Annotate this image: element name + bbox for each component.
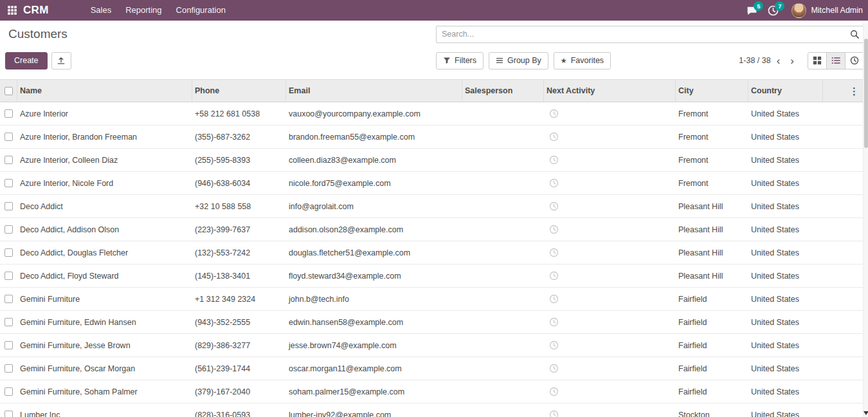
pager-previous-button[interactable]: ‹ bbox=[772, 55, 785, 66]
customer-city-cell: Fremont bbox=[676, 156, 748, 165]
customer-name-cell: Gemini Furniture bbox=[17, 295, 192, 304]
table-row[interactable]: Azure Interior +58 212 681 0538 vauxoo@y… bbox=[0, 102, 868, 125]
kanban-view-button[interactable] bbox=[808, 52, 827, 70]
search-input[interactable] bbox=[437, 30, 845, 39]
group-by-button[interactable]: Group By bbox=[489, 52, 548, 70]
column-header-country[interactable]: Country bbox=[748, 80, 823, 102]
vertical-scrollbar bbox=[863, 23, 868, 417]
table-row[interactable]: Deco Addict, Addison Olson (223)-399-763… bbox=[0, 218, 868, 241]
next-activity-clock-icon[interactable] bbox=[549, 109, 559, 118]
customer-phone-cell: (355)-687-3262 bbox=[192, 133, 286, 142]
next-activity-clock-icon[interactable] bbox=[549, 155, 559, 165]
table-row[interactable]: Deco Addict, Douglas Fletcher (132)-553-… bbox=[0, 241, 868, 264]
next-activity-clock-icon[interactable] bbox=[549, 248, 559, 257]
customers-table: Name Phone Email Salesperson Next Activi… bbox=[0, 79, 868, 417]
row-checkbox[interactable] bbox=[5, 295, 13, 303]
search-button[interactable] bbox=[845, 26, 863, 42]
select-all-checkbox[interactable] bbox=[5, 87, 13, 95]
table-row[interactable]: Gemini Furniture, Soham Palmer (379)-167… bbox=[0, 380, 868, 403]
customer-city-cell: Fremont bbox=[676, 179, 748, 188]
next-activity-clock-icon[interactable] bbox=[549, 294, 559, 304]
column-header-next-activity[interactable]: Next Activity bbox=[544, 80, 676, 102]
scrollbar-down-arrow[interactable] bbox=[863, 411, 868, 416]
row-checkbox[interactable] bbox=[5, 156, 13, 164]
column-header-email[interactable]: Email bbox=[286, 80, 462, 102]
next-activity-clock-icon[interactable] bbox=[549, 317, 559, 327]
row-checkbox[interactable] bbox=[5, 411, 13, 417]
next-activity-clock-icon[interactable] bbox=[549, 178, 559, 188]
row-checkbox-cell bbox=[0, 295, 17, 303]
search-options: Filters Group By ★ Favorites 1-38 / 38 ‹… bbox=[436, 52, 868, 70]
column-header-city[interactable]: City bbox=[676, 80, 748, 102]
create-button[interactable]: Create bbox=[5, 52, 48, 70]
table-row[interactable]: Lumber Inc (828)-316-0593 lumber-inv92@e… bbox=[0, 403, 868, 417]
messages-button[interactable]: 5 bbox=[746, 5, 757, 16]
next-activity-cell bbox=[544, 294, 676, 304]
row-checkbox[interactable] bbox=[5, 133, 13, 141]
customer-city-cell: Fairfield bbox=[676, 364, 748, 373]
next-activity-clock-icon[interactable] bbox=[549, 340, 559, 350]
menu-configuration[interactable]: Configuration bbox=[169, 0, 233, 21]
customer-country-cell: United States bbox=[748, 387, 823, 396]
next-activity-clock-icon[interactable] bbox=[549, 387, 559, 396]
customer-phone-cell: +58 212 681 0538 bbox=[192, 109, 286, 118]
table-row[interactable]: Azure Interior, Colleen Diaz (255)-595-8… bbox=[0, 149, 868, 172]
table-row[interactable]: Azure Interior, Nicole Ford (946)-638-60… bbox=[0, 172, 868, 195]
filters-button[interactable]: Filters bbox=[436, 52, 484, 70]
row-checkbox-cell bbox=[0, 156, 17, 164]
customer-city-cell: Fairfield bbox=[676, 295, 748, 304]
favorites-button[interactable]: ★ Favorites bbox=[554, 52, 611, 70]
customer-country-cell: United States bbox=[748, 341, 823, 350]
menu-reporting[interactable]: Reporting bbox=[118, 0, 168, 21]
table-row[interactable]: Gemini Furniture +1 312 349 2324 john.b@… bbox=[0, 288, 868, 311]
row-checkbox[interactable] bbox=[5, 179, 13, 187]
list-view-button[interactable] bbox=[826, 52, 845, 70]
customer-phone-cell: (132)-553-7242 bbox=[192, 248, 286, 257]
pager-next-button[interactable]: › bbox=[786, 55, 799, 66]
row-checkbox[interactable] bbox=[5, 109, 13, 118]
customer-country-cell: United States bbox=[748, 202, 823, 211]
row-checkbox[interactable] bbox=[5, 248, 13, 257]
next-activity-clock-icon[interactable] bbox=[549, 132, 559, 142]
table-row[interactable]: Gemini Furniture, Oscar Morgan (561)-239… bbox=[0, 357, 868, 380]
activities-button[interactable]: 7 bbox=[768, 5, 779, 16]
row-checkbox[interactable] bbox=[5, 387, 13, 396]
row-checkbox[interactable] bbox=[5, 341, 13, 349]
row-checkbox[interactable] bbox=[5, 272, 13, 280]
table-body: Azure Interior +58 212 681 0538 vauxoo@y… bbox=[0, 102, 868, 417]
view-switcher bbox=[808, 52, 864, 70]
star-icon: ★ bbox=[561, 57, 567, 65]
table-row[interactable]: Gemini Furniture, Edwin Hansen (943)-352… bbox=[0, 311, 868, 334]
customer-country-cell: United States bbox=[748, 318, 823, 327]
top-menu: Sales Reporting Configuration bbox=[84, 0, 233, 21]
scrollbar-thumb[interactable] bbox=[864, 39, 868, 148]
customer-email-cell: soham.palmer15@example.com bbox=[286, 387, 462, 396]
next-activity-clock-icon[interactable] bbox=[549, 410, 559, 417]
user-menu[interactable]: Mitchell Admin bbox=[791, 3, 863, 18]
customer-name-cell: Azure Interior, Brandon Freeman bbox=[17, 133, 192, 142]
table-row[interactable]: Azure Interior, Brandon Freeman (355)-68… bbox=[0, 125, 868, 149]
activity-view-button[interactable] bbox=[845, 52, 864, 70]
export-button[interactable] bbox=[51, 52, 71, 70]
app-name[interactable]: CRM bbox=[23, 4, 49, 17]
menu-sales[interactable]: Sales bbox=[84, 0, 119, 21]
customer-phone-cell: (561)-239-1744 bbox=[192, 364, 286, 373]
customer-city-cell: Pleasant Hill bbox=[676, 272, 748, 281]
table-row[interactable]: Deco Addict +32 10 588 558 info@agrolait… bbox=[0, 195, 868, 218]
column-header-salesperson[interactable]: Salesperson bbox=[462, 80, 544, 102]
row-checkbox[interactable] bbox=[5, 318, 13, 326]
customer-email-cell: vauxoo@yourcompany.example.com bbox=[286, 109, 462, 118]
column-header-phone[interactable]: Phone bbox=[192, 80, 286, 102]
apps-menu-icon[interactable] bbox=[8, 6, 17, 15]
next-activity-clock-icon[interactable] bbox=[549, 201, 559, 211]
column-header-name[interactable]: Name bbox=[17, 80, 192, 102]
table-row[interactable]: Deco Addict, Floyd Steward (145)-138-340… bbox=[0, 264, 868, 288]
table-row[interactable]: Gemini Furniture, Jesse Brown (829)-386-… bbox=[0, 334, 868, 357]
next-activity-clock-icon[interactable] bbox=[549, 364, 559, 373]
row-checkbox[interactable] bbox=[5, 202, 13, 210]
optional-columns-icon[interactable]: ⋮ bbox=[849, 86, 859, 96]
next-activity-clock-icon[interactable] bbox=[549, 271, 559, 281]
next-activity-clock-icon[interactable] bbox=[549, 225, 559, 234]
row-checkbox[interactable] bbox=[5, 225, 13, 234]
row-checkbox[interactable] bbox=[5, 364, 13, 373]
